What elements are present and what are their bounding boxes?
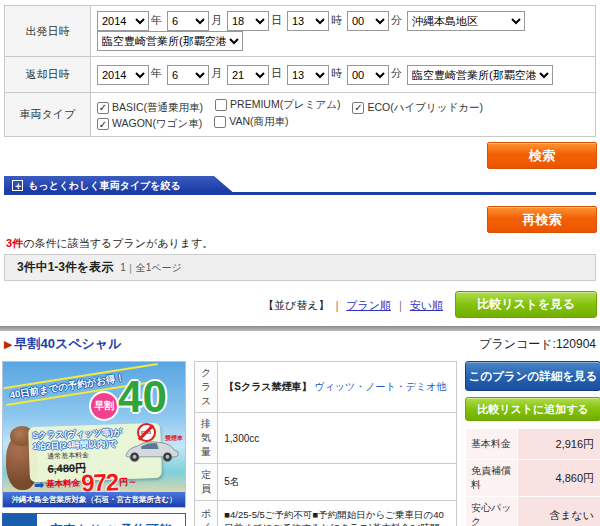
promo-footer-band: 沖縄本島全営業所対象（石垣・宮古営業所含む）: [3, 492, 185, 507]
separator: ｜: [331, 299, 342, 311]
return-office-select[interactable]: 臨空豊崎営業所(那覇空港): [407, 65, 553, 85]
displacement-label: 排気量: [195, 413, 218, 464]
sort-label: 【並び替え】: [263, 299, 330, 311]
return-day-select[interactable]: 21: [227, 65, 269, 85]
checkbox-label: BASIC(普通乗用車): [112, 101, 203, 115]
vehicle-type-eco-checkbox[interactable]: ✓ECO(ハイブリッドカー): [352, 101, 482, 115]
plan-header: ▶早割40スペシャル プランコード:120904: [4, 335, 596, 353]
departure-row: 出発日時 2014年6月18日13時00分沖縄本島地区 臨空豊崎営業所(那覇空港…: [5, 6, 596, 57]
pagination-bar: 3件中1-3件を表示 1｜全1ページ: [4, 254, 596, 281]
arrow-right-icon: ➡: [34, 478, 45, 492]
result-range-text: 3件中1-3件を表示: [17, 259, 113, 276]
return-year-select[interactable]: 2014: [97, 65, 149, 85]
view-compare-list-button[interactable]: 比較リストを見る: [455, 291, 597, 318]
class-value: 【Sクラス禁煙車】 ヴィッツ・ノート・デミオ他: [218, 362, 457, 413]
departure-day-select[interactable]: 18: [227, 11, 269, 31]
plan-card: 40日前までの予約がお得！ 早割 40 禁煙車 Sクラス(ヴィッツ等)が 1泊2…: [2, 361, 598, 526]
result-count-suffix: の条件に該当するプランがあります。: [23, 237, 213, 249]
year-unit-label: 年: [151, 67, 162, 79]
return-hour-select[interactable]: 13: [287, 65, 329, 85]
year-unit-label: 年: [151, 14, 162, 26]
vehicle-type-premium-checkbox[interactable]: PREMIUM(プレミアム): [215, 98, 340, 112]
promo-banner-image: 40日前までの予約がお得！ 早割 40 禁煙車 Sクラス(ヴィッツ等)が 1泊2…: [2, 361, 186, 508]
departure-fields: 2014年6月18日13時00分沖縄本島地区 臨空豊崎営業所(那覇空港): [91, 6, 596, 57]
checkbox-icon[interactable]: ✓: [97, 118, 109, 130]
page-info-text: 1｜全1ページ: [120, 261, 181, 275]
checkbox-label: WAGON(ワゴン車): [112, 117, 202, 131]
spec-row-displacement: 排気量 1,300cc: [195, 413, 457, 464]
price-row-anshin-pack: 安心パック 含まない: [466, 497, 600, 526]
plan-spec-table: クラス 【Sクラス禁煙車】 ヴィッツ・ノート・デミオ他 排気量 1,300cc …: [194, 361, 457, 526]
result-count-line: 3件の条件に該当するプランがあります。: [6, 236, 594, 251]
class-label: クラス: [195, 362, 218, 413]
car-models-link[interactable]: ヴィッツ・ノート・デミオ他: [314, 381, 446, 392]
arrow-right-icon: ▶: [4, 338, 12, 350]
departure-office-select[interactable]: 臨空豊崎営業所(那覇空港): [97, 31, 243, 51]
return-row: 返却日時 2014年6月21日13時00分臨空豊崎営業所(那覇空港): [5, 57, 596, 93]
spec-row-points: ポイント ■4/25-5/5ご予約不可■予約開始日からご乗車日の40日前までにご…: [195, 501, 457, 526]
departure-hour-select[interactable]: 13: [287, 11, 329, 31]
return-minute-select[interactable]: 00: [347, 65, 389, 85]
plus-icon: ＋: [12, 180, 23, 191]
availability-status: ○ 空車あり ご予約可能: [2, 513, 186, 526]
hour-unit-label: 時: [331, 14, 342, 26]
sort-by-price-link[interactable]: 安い順: [410, 299, 443, 311]
result-count: 3件: [6, 237, 23, 249]
checkbox-icon[interactable]: [214, 116, 226, 128]
price-table: 基本料金 2,916円 免責補償料 4,860円 安心パック 含まない 合計料金…: [465, 428, 600, 526]
availability-text: 空車あり ご予約可能: [37, 522, 185, 526]
departure-year-select[interactable]: 2014: [97, 11, 149, 31]
departure-minute-select[interactable]: 00: [347, 11, 389, 31]
no-smoking-icon: [137, 423, 156, 442]
separator: ｜: [395, 299, 406, 311]
class-name: 【Sクラス禁煙車】: [224, 381, 311, 392]
plan-title-text: 早割40スペシャル: [14, 336, 121, 351]
departure-label: 出発日時: [5, 6, 91, 57]
minute-unit-label: 分: [391, 14, 402, 26]
spec-row-class: クラス 【Sクラス禁煙車】 ヴィッツ・ノート・デミオ他: [195, 362, 457, 413]
research-button[interactable]: 再検索: [487, 206, 597, 233]
sort-row: 【並び替え】｜プラン順｜安い順 比較リストを見る: [3, 291, 597, 318]
points-line: ■4/25-5/5ご予約不可■予約開始日からご乗車日の40日前までにご予約すると…: [224, 508, 450, 526]
checkbox-label: ECO(ハイブリッドカー): [367, 101, 482, 115]
plan-right-column: このプランの詳細を見る 比較リストに追加する 基本料金 2,916円 免責補償料…: [465, 361, 600, 526]
checkbox-icon[interactable]: ✓: [97, 102, 109, 114]
price-value: 含まない: [518, 497, 600, 526]
price-label: 基本料金: [466, 429, 518, 460]
section-divider: [0, 326, 600, 331]
vehicle-type-basic-checkbox[interactable]: ✓BASIC(普通乗用車): [97, 101, 203, 115]
month-unit-label: 月: [211, 14, 222, 26]
points-value: ■4/25-5/5ご予約不可■予約開始日からご乗車日の40日前までにご予約すると…: [218, 501, 457, 526]
checkbox-icon[interactable]: [215, 99, 227, 111]
checkbox-label: PREMIUM(プレミアム): [230, 98, 340, 112]
vehicle-type-van-checkbox[interactable]: VAN(商用車): [214, 115, 288, 129]
vehicle-type-row: 車両タイプ ✓BASIC(普通乗用車) PREMIUM(プレミアム) ✓ECO(…: [5, 93, 596, 137]
points-label: ポイント: [195, 501, 218, 526]
plan-code: プランコード:120904: [479, 336, 596, 353]
price-row-base: 基本料金 2,916円: [466, 429, 600, 460]
price-label: 免責補償料: [466, 460, 518, 497]
vehicle-type-wagon-checkbox[interactable]: ✓WAGON(ワゴン車): [97, 117, 202, 131]
search-button[interactable]: 検索: [487, 142, 597, 169]
filter-bar-label: もっとくわしく車両タイプを絞る: [28, 179, 181, 193]
sort-links: 【並び替え】｜プラン順｜安い順: [263, 298, 445, 318]
add-to-compare-button[interactable]: 比較リストに追加する: [465, 397, 600, 421]
minute-unit-label: 分: [391, 67, 402, 79]
price-value: 2,916円: [518, 429, 600, 460]
day-unit-label: 日: [271, 14, 282, 26]
departure-area-select[interactable]: 沖縄本島地区: [407, 11, 525, 31]
plan-detail-button[interactable]: このプランの詳細を見る: [465, 361, 600, 391]
checkbox-icon[interactable]: ✓: [352, 102, 364, 114]
vehicle-type-label: 車両タイプ: [5, 93, 91, 137]
rental-search-page: 出発日時 2014年6月18日13時00分沖縄本島地区 臨空豊崎営業所(那覇空港…: [0, 0, 600, 526]
return-month-select[interactable]: 6: [167, 65, 209, 85]
checkbox-label: VAN(商用車): [229, 115, 288, 129]
sort-by-plan-link[interactable]: プラン順: [346, 299, 391, 311]
early-discount-badge: 早割: [91, 393, 117, 419]
displacement-value: 1,300cc: [218, 413, 457, 464]
departure-month-select[interactable]: 6: [167, 11, 209, 31]
plan-left-column: 40日前までの予約がお得！ 早割 40 禁煙車 Sクラス(ヴィッツ等)が 1泊2…: [2, 361, 186, 526]
price-value: 4,860円: [518, 460, 600, 497]
search-form-table: 出発日時 2014年6月18日13時00分沖縄本島地区 臨空豊崎営業所(那覇空港…: [4, 5, 596, 137]
filter-expand-tab[interactable]: ＋ もっとくわしく車両タイプを絞る: [4, 176, 236, 195]
